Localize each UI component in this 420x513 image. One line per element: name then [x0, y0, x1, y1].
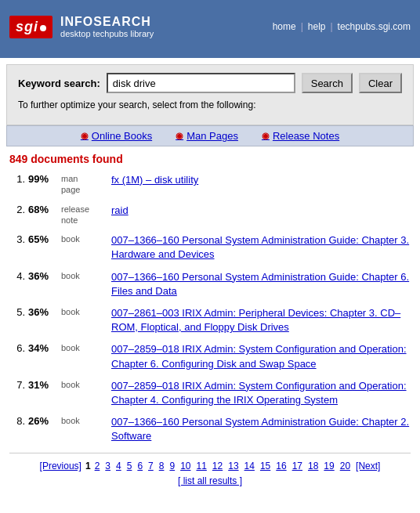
- nav-home-link[interactable]: home: [273, 21, 296, 32]
- result-pct: 36%: [28, 306, 58, 318]
- search-row: Keyword search: Search Clear: [18, 73, 402, 93]
- page-10[interactable]: 10: [179, 460, 192, 472]
- app-title: INFOSEARCH: [60, 15, 154, 29]
- result-pct: 34%: [28, 342, 58, 354]
- page-7[interactable]: 7: [147, 460, 155, 472]
- result-type: manpage: [61, 173, 108, 196]
- result-type: book: [61, 233, 108, 244]
- result-pct: 99%: [28, 173, 58, 185]
- man-pages-label: Man Pages: [186, 130, 238, 142]
- online-books-label: Online Books: [92, 130, 152, 142]
- filter-online-books[interactable]: ◉ Online Books: [81, 130, 152, 142]
- nav-sep-1: |: [301, 21, 303, 32]
- next-page[interactable]: [Next]: [354, 460, 382, 472]
- result-link[interactable]: 007–2859–018 IRIX Admin: System Configur…: [111, 379, 411, 407]
- result-item: 1. 99% manpage fx (1M) – disk utility: [9, 173, 411, 196]
- result-link[interactable]: 007–1366–160 Personal System Administrat…: [111, 415, 411, 443]
- page-8[interactable]: 8: [158, 460, 166, 472]
- filter-man-pages[interactable]: ◉ Man Pages: [176, 130, 238, 142]
- page-16[interactable]: 16: [274, 460, 288, 472]
- result-num: 5.: [9, 306, 25, 318]
- result-num: 4.: [9, 270, 25, 282]
- page-4[interactable]: 4: [114, 460, 123, 472]
- optimize-text: To further optimize your search, select …: [18, 99, 402, 110]
- page-13[interactable]: 13: [226, 460, 240, 472]
- result-link[interactable]: 007–1366–160 Personal System Administrat…: [111, 233, 411, 262]
- search-section: Keyword search: Search Clear To further …: [6, 64, 414, 125]
- sgi-logo: sgi: [9, 16, 52, 38]
- result-link[interactable]: 007–2859–018 IRIX Admin: System Configur…: [111, 342, 411, 370]
- page-11[interactable]: 11: [194, 460, 208, 472]
- result-type: book: [61, 379, 108, 390]
- result-list: 1. 99% manpage fx (1M) – disk utility 2.…: [9, 173, 411, 443]
- result-pct: 68%: [28, 204, 58, 215]
- result-link[interactable]: 007–1366–160 Personal System Administrat…: [111, 270, 411, 298]
- result-num: 8.: [9, 415, 25, 427]
- page-17[interactable]: 17: [291, 460, 304, 472]
- result-type: releasenote: [61, 204, 108, 226]
- online-books-icon: ◉: [81, 131, 89, 141]
- logo-dot: [40, 25, 46, 31]
- page-19[interactable]: 19: [322, 460, 335, 472]
- pagination: [Previous]123456789101112131415161718192…: [9, 453, 411, 486]
- page-12[interactable]: 12: [211, 460, 224, 472]
- man-pages-icon: ◉: [176, 131, 183, 141]
- app-title-block: INFOSEARCH desktop techpubs library: [60, 15, 154, 38]
- list-all-results[interactable]: [ list all results ]: [178, 475, 242, 486]
- result-num: 2.: [9, 204, 25, 215]
- results-section: 849 documents found 1. 99% manpage fx (1…: [0, 146, 420, 493]
- result-item: 8. 26% book 007–1366–160 Personal System…: [9, 415, 411, 443]
- page-2[interactable]: 2: [93, 460, 102, 472]
- result-item: 5. 36% book 007–2861–003 IRIX Admin: Per…: [9, 306, 411, 334]
- result-item: 4. 36% book 007–1366–160 Personal System…: [9, 270, 411, 298]
- blue-divider: [0, 53, 420, 58]
- app-header: sgi INFOSEARCH desktop techpubs library …: [0, 0, 420, 53]
- page-9[interactable]: 9: [168, 460, 176, 472]
- result-link[interactable]: fx (1M) – disk utility: [111, 173, 411, 187]
- result-link[interactable]: 007–2861–003 IRIX Admin: Peripheral Devi…: [111, 306, 411, 334]
- search-input[interactable]: [107, 73, 295, 93]
- result-item: 3. 65% book 007–1366–160 Personal System…: [9, 233, 411, 262]
- prev-page[interactable]: [Previous]: [38, 460, 83, 472]
- result-pct: 26%: [28, 415, 58, 427]
- clear-button[interactable]: Clear: [359, 73, 402, 93]
- result-item: 2. 68% releasenote raid: [9, 204, 411, 226]
- result-num: 1.: [9, 173, 25, 185]
- page-15[interactable]: 15: [259, 460, 272, 472]
- search-button[interactable]: Search: [302, 73, 353, 93]
- result-num: 3.: [9, 233, 25, 245]
- result-type: book: [61, 342, 108, 353]
- page-6[interactable]: 6: [136, 460, 144, 472]
- page-18[interactable]: 18: [306, 460, 320, 472]
- result-num: 7.: [9, 379, 25, 391]
- release-notes-icon: ◉: [262, 131, 270, 141]
- result-type: book: [61, 306, 108, 317]
- page-row: [Previous]123456789101112131415161718192…: [38, 460, 382, 472]
- page-20[interactable]: 20: [339, 460, 352, 472]
- header-nav: home | help | techpubs.sgi.com: [273, 21, 411, 32]
- nav-help-link[interactable]: help: [308, 21, 326, 32]
- result-type: book: [61, 270, 108, 281]
- result-type: book: [61, 415, 108, 426]
- release-notes-label: Release Notes: [273, 130, 339, 142]
- filter-tabs: ◉ Online Books ◉ Man Pages ◉ Release Not…: [6, 125, 414, 146]
- filter-release-notes[interactable]: ◉ Release Notes: [262, 130, 339, 142]
- nav-sep-2: |: [330, 21, 332, 32]
- page-1: 1: [85, 461, 91, 471]
- result-pct: 36%: [28, 270, 58, 282]
- result-pct: 65%: [28, 233, 58, 245]
- search-label: Keyword search:: [18, 78, 100, 89]
- page-14[interactable]: 14: [243, 460, 256, 472]
- nav-techpubs-link[interactable]: techpubs.sgi.com: [338, 21, 411, 32]
- result-item: 6. 34% book 007–2859–018 IRIX Admin: Sys…: [9, 342, 411, 370]
- result-num: 6.: [9, 342, 25, 354]
- app-subtitle: desktop techpubs library: [60, 29, 154, 38]
- result-link[interactable]: raid: [111, 204, 411, 218]
- header-left: sgi INFOSEARCH desktop techpubs library: [9, 15, 154, 38]
- result-item: 7. 31% book 007–2859–018 IRIX Admin: Sys…: [9, 379, 411, 407]
- page-5[interactable]: 5: [125, 460, 134, 472]
- result-pct: 31%: [28, 379, 58, 391]
- page-3[interactable]: 3: [103, 460, 112, 472]
- results-count: 849 documents found: [9, 153, 411, 165]
